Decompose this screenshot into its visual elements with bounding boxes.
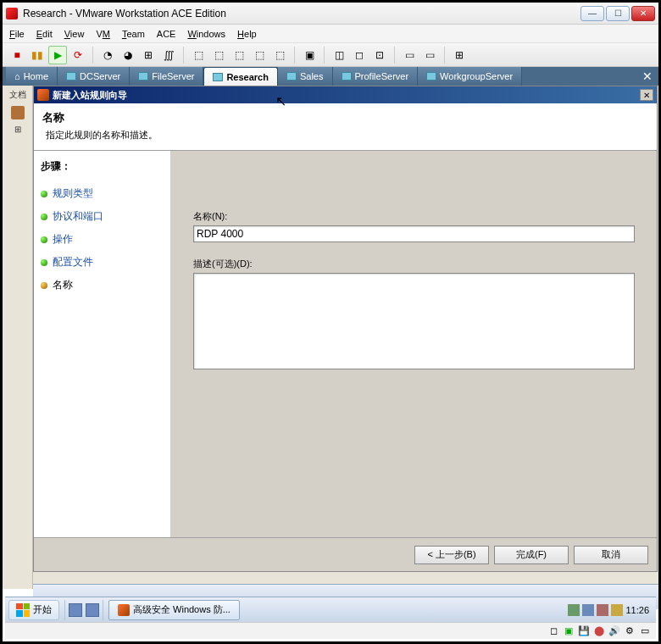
quick-launch-item-1[interactable] (69, 603, 82, 617)
tool-last[interactable]: ⊞ (450, 46, 469, 64)
wizard-header: 名称 指定此规则的名称和描述。 (34, 103, 657, 151)
tool-d[interactable]: ⬚ (250, 46, 269, 64)
titlebar: Research - VMware Workstation ACE Editio… (3, 3, 658, 25)
left-expand-icon[interactable]: ⊞ (14, 125, 21, 134)
system-tray: 11:26 (564, 600, 653, 620)
maximize-button[interactable]: ☐ (606, 6, 630, 21)
tab-fileserver[interactable]: FileServer (130, 67, 203, 86)
view-summary[interactable]: ▭ (420, 46, 439, 64)
step-action[interactable]: 操作 (41, 228, 164, 251)
status-icon-3[interactable]: 💾 (578, 625, 590, 637)
tab-sales[interactable]: Sales (278, 67, 333, 86)
view-fullscreen[interactable]: ◻ (350, 46, 369, 64)
tab-dcserver[interactable]: DCServer (58, 67, 130, 86)
close-button[interactable]: ✕ (631, 6, 655, 21)
step-name[interactable]: 名称 (41, 274, 164, 297)
status-icon-2[interactable]: ▣ (563, 625, 575, 637)
wizard-header-title: 名称 (42, 110, 648, 125)
status-icon-1[interactable]: ◻ (547, 625, 559, 637)
wizard-close-button[interactable]: ✕ (640, 89, 653, 101)
tool-b[interactable]: ⬚ (209, 46, 228, 64)
tool-c[interactable]: ⬚ (230, 46, 248, 64)
tab-research[interactable]: Research (203, 67, 278, 86)
left-label: 文档 (8, 89, 28, 101)
app-icon (6, 8, 18, 19)
menu-ace[interactable]: ACE (157, 29, 176, 39)
tray-icon-3[interactable] (597, 604, 608, 616)
view-unity[interactable]: ⊡ (370, 46, 389, 64)
tool-e[interactable]: ⬚ (270, 46, 289, 64)
window-title: Research - VMware Workstation ACE Editio… (23, 8, 580, 19)
wizard-steps: 步骤： 规则类型 协议和端口 操作 配置文件 名称 (34, 151, 171, 537)
view-sidebar[interactable]: ◫ (330, 46, 348, 64)
status-icon-6[interactable]: ⚙ (624, 625, 636, 637)
left-thumb-icon[interactable] (11, 106, 25, 119)
wizard-titlebar[interactable]: 新建入站规则向导 ✕ (34, 86, 657, 103)
vm-guest-area: 新建入站规则向导 ✕ 名称 指定此规则的名称和描述。 步骤： 规则类型 协议和端… (33, 86, 658, 589)
start-label: 开始 (33, 603, 52, 616)
tray-icon-4[interactable] (611, 604, 623, 616)
quick-launch (64, 600, 103, 620)
steps-title: 步骤： (41, 159, 164, 174)
tool-f[interactable]: ▣ (300, 46, 319, 64)
snapshot-button[interactable]: ◔ (98, 46, 117, 64)
pause-button[interactable]: ▮▮ (28, 46, 47, 64)
snapshot-mgr-button[interactable]: ◕ (119, 46, 137, 64)
reset-button[interactable]: ⟳ (69, 46, 87, 64)
menu-file[interactable]: File (9, 29, 25, 39)
wizard-title: 新建入站规则向导 (53, 89, 640, 102)
wizard-icon (37, 89, 49, 101)
desc-label: 描述(可选)(D): (193, 258, 635, 270)
menu-bar: File Edit View VM Team ACE Windows Help (3, 25, 658, 43)
play-button[interactable]: ▶ (48, 46, 67, 64)
firewall-icon (118, 604, 130, 616)
menu-vm[interactable]: VM (96, 29, 110, 39)
tab-profileserver[interactable]: ProfileServer (333, 67, 419, 86)
step-protocol-ports[interactable]: 协议和端口 (41, 205, 164, 228)
menu-windows[interactable]: Windows (187, 29, 225, 39)
clock[interactable]: 11:26 (625, 605, 649, 615)
step-rule-type[interactable]: 规则类型 (41, 182, 164, 205)
tab-workgroupserver[interactable]: WorkgroupServer (418, 67, 522, 86)
taskbar-app-firewall[interactable]: 高级安全 Windows 防... (108, 600, 240, 620)
minimize-button[interactable]: — (580, 6, 604, 21)
left-panel: 文档 ⊞ (3, 86, 33, 589)
wizard-form: 名称(N): 描述(可选)(D): (171, 151, 657, 537)
name-label: 名称(N): (193, 210, 635, 223)
wizard-window: 新建入站规则向导 ✕ 名称 指定此规则的名称和描述。 步骤： 规则类型 协议和端… (33, 86, 658, 572)
wizard-buttons: < 上一步(B) 完成(F) 取消 (34, 537, 657, 571)
wizard-header-desc: 指定此规则的名称和描述。 (42, 129, 648, 142)
cancel-button[interactable]: 取消 (574, 546, 648, 564)
menu-edit[interactable]: Edit (36, 29, 53, 39)
menu-team[interactable]: Team (122, 29, 145, 39)
tray-icon-2[interactable] (582, 604, 594, 616)
close-tab-button[interactable]: ✕ (640, 67, 655, 86)
finish-button[interactable]: 完成(F) (494, 546, 569, 564)
menu-help[interactable]: Help (237, 29, 257, 39)
status-icon-7[interactable]: ▭ (639, 625, 651, 637)
revert-button[interactable]: ⊞ (139, 46, 158, 64)
tray-icon-1[interactable] (568, 604, 580, 616)
stop-button[interactable]: ■ (8, 46, 26, 64)
windows-logo-icon (16, 603, 30, 617)
status-bar: ◻ ▣ 💾 ⬤ 🔊 ⚙ ▭ (5, 622, 656, 639)
view-console[interactable]: ▭ (400, 46, 419, 64)
vm-tabs: ⌂Home DCServer FileServer Research Sales… (3, 67, 658, 86)
back-button[interactable]: < 上一步(B) (414, 546, 489, 564)
quick-launch-item-2[interactable] (86, 603, 99, 617)
name-input[interactable] (193, 225, 635, 242)
start-button[interactable]: 开始 (8, 600, 59, 620)
status-icon-4[interactable]: ⬤ (593, 625, 605, 637)
toolbar: ■ ▮▮ ▶ ⟳ ◔ ◕ ⊞ ∭ ⬚ ⬚ ⬚ ⬚ ⬚ ▣ ◫ ◻ ⊡ ▭ ▭ ⊞ (3, 43, 658, 67)
desc-textarea[interactable] (193, 273, 635, 369)
menu-view[interactable]: View (64, 29, 85, 39)
guest-taskbar: 开始 高级安全 Windows 防... 11:26 (5, 597, 656, 622)
tool-a[interactable]: ⬚ (189, 46, 208, 64)
status-icon-5[interactable]: 🔊 (608, 625, 620, 637)
clone-button[interactable]: ∭ (159, 46, 178, 64)
tab-home[interactable]: ⌂Home (6, 67, 58, 86)
step-profile[interactable]: 配置文件 (41, 251, 164, 274)
